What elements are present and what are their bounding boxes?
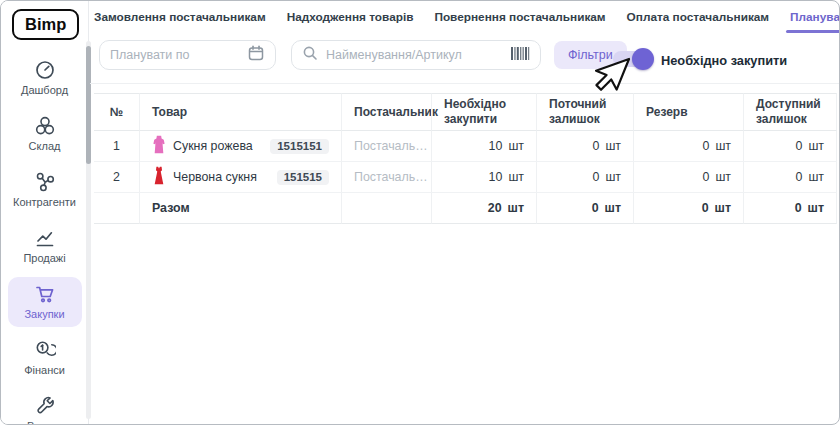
- sidebar-item-purchases[interactable]: Закупки: [8, 277, 82, 327]
- sidebar-item-production[interactable]: Вир-во: [8, 389, 82, 425]
- col-header-need[interactable]: Необхідно закупити: [431, 93, 536, 131]
- toggle-knob[interactable]: [632, 48, 654, 70]
- supplier-cell[interactable]: Постачаль…: [341, 131, 431, 162]
- table-row-product[interactable]: Червона сукня 151515: [139, 162, 341, 193]
- product-name[interactable]: Червона сукня: [173, 170, 257, 184]
- search-icon: [302, 45, 318, 65]
- chart-icon: [34, 227, 56, 249]
- col-header-product[interactable]: Товар: [139, 93, 341, 131]
- col-header-supplier[interactable]: Постачальник: [341, 93, 431, 131]
- tab-purchase-planning[interactable]: Планування закупок: [790, 1, 840, 33]
- calendar-icon[interactable]: [247, 44, 265, 66]
- tab-goods-receipt[interactable]: Надходження товарів: [287, 1, 414, 33]
- plan-by-date-field[interactable]: [99, 40, 276, 70]
- available-cell: 0шт: [743, 131, 837, 162]
- need-cell: 10шт: [431, 131, 536, 162]
- top-tab-bar: Замовлення постачальникам Надходження то…: [94, 1, 840, 33]
- totals-current-cell: 0шт: [536, 193, 633, 224]
- sidebar: Bimp Дашборд Склад Контрагенти: [1, 1, 89, 424]
- totals-label: Разом: [139, 193, 341, 224]
- sidebar-item-counterparties[interactable]: Контрагенти: [8, 165, 82, 215]
- current-stock-cell: 0шт: [536, 162, 633, 193]
- filterbar-divider: [90, 83, 839, 84]
- warehouse-icon: [34, 115, 56, 137]
- table-row-product[interactable]: Сукня рожева 1515151: [139, 131, 341, 162]
- search-field[interactable]: [291, 40, 541, 70]
- sidebar-item-sales[interactable]: Продажі: [8, 221, 82, 271]
- plan-by-date-input[interactable]: [110, 48, 239, 62]
- scrollbar-thumb[interactable]: [86, 46, 91, 164]
- tab-supplier-returns[interactable]: Повернення постачальникам: [434, 1, 605, 33]
- col-header-available[interactable]: Доступний залишок: [743, 93, 837, 131]
- tab-supplier-payments[interactable]: Оплата постачальникам: [627, 1, 769, 33]
- sidebar-item-label: Вир-во: [27, 420, 62, 425]
- gauge-icon: [34, 59, 56, 81]
- tab-supplier-orders[interactable]: Замовлення постачальникам: [94, 1, 266, 33]
- product-sku-badge: 1515151: [270, 139, 329, 154]
- wrench-icon: [34, 395, 56, 417]
- col-header-reserve[interactable]: Резерв: [633, 93, 743, 131]
- sidebar-item-label: Склад: [29, 140, 61, 152]
- vertical-scrollbar[interactable]: [86, 41, 91, 419]
- totals-reserve-cell: 0шт: [633, 193, 743, 224]
- planning-table: № Товар Постачальник Необхідно закупити …: [94, 93, 837, 224]
- sidebar-item-label: Продажі: [23, 252, 65, 264]
- row-number: 2: [94, 162, 139, 193]
- need-cell: 10шт: [431, 162, 536, 193]
- product-sku-badge: 151515: [277, 170, 329, 185]
- sidebar-item-finance[interactable]: Фінанси: [8, 333, 82, 383]
- row-number: 1: [94, 131, 139, 162]
- barcode-icon[interactable]: [510, 46, 530, 65]
- red-dress-icon: [152, 166, 166, 188]
- sidebar-item-warehouse[interactable]: Склад: [8, 109, 82, 159]
- cart-icon: [34, 283, 56, 305]
- col-header-current-stock[interactable]: Поточний залишок: [536, 93, 633, 131]
- pink-dress-icon: [152, 135, 166, 157]
- totals-available-cell: 0шт: [743, 193, 837, 224]
- sidebar-item-label: Контрагенти: [13, 196, 76, 208]
- product-name[interactable]: Сукня рожева: [173, 139, 253, 153]
- app-window: Bimp Дашборд Склад Контрагенти: [0, 0, 840, 425]
- col-header-number[interactable]: №: [94, 93, 139, 131]
- supplier-cell[interactable]: Постачаль…: [341, 162, 431, 193]
- reserve-cell: 0шт: [633, 162, 743, 193]
- app-logo[interactable]: Bimp: [12, 9, 79, 40]
- current-stock-cell: 0шт: [536, 131, 633, 162]
- sidebar-nav: Дашборд Склад Контрагенти Продажі: [1, 53, 88, 425]
- totals-need-cell: 20шт: [431, 193, 536, 224]
- sidebar-item-label: Дашборд: [21, 84, 68, 96]
- sidebar-item-dashboard[interactable]: Дашборд: [8, 53, 82, 103]
- available-cell: 0шт: [743, 162, 837, 193]
- network-icon: [34, 171, 56, 193]
- search-input[interactable]: [326, 48, 502, 62]
- need-to-purchase-toggle[interactable]: [613, 51, 651, 67]
- reserve-cell: 0шт: [633, 131, 743, 162]
- sidebar-item-label: Закупки: [24, 308, 64, 320]
- toggle-label: Необхідно закупити: [661, 53, 787, 68]
- coins-icon: [34, 339, 56, 361]
- sidebar-item-label: Фінанси: [24, 364, 65, 376]
- totals-row-spacer: [94, 193, 139, 224]
- totals-supplier-spacer: [341, 193, 431, 224]
